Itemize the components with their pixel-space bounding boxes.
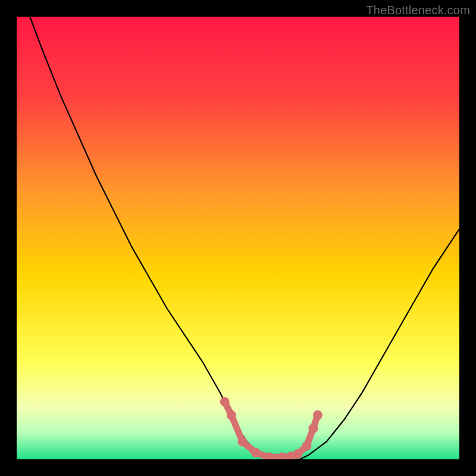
marker-dot bbox=[237, 437, 247, 446]
marker-dot bbox=[227, 411, 236, 420]
marker-dot bbox=[220, 397, 230, 406]
marker-dot bbox=[293, 449, 302, 459]
plot-area bbox=[17, 17, 459, 459]
marker-dot bbox=[309, 424, 318, 433]
chart-svg bbox=[17, 17, 459, 459]
marker-dot bbox=[302, 441, 311, 451]
marker-dot bbox=[313, 411, 322, 420]
watermark-text: TheBottleneck.com bbox=[366, 4, 470, 17]
gradient-background bbox=[17, 17, 459, 459]
chart-frame: TheBottleneck.com bbox=[0, 0, 476, 476]
marker-dot bbox=[251, 448, 261, 458]
